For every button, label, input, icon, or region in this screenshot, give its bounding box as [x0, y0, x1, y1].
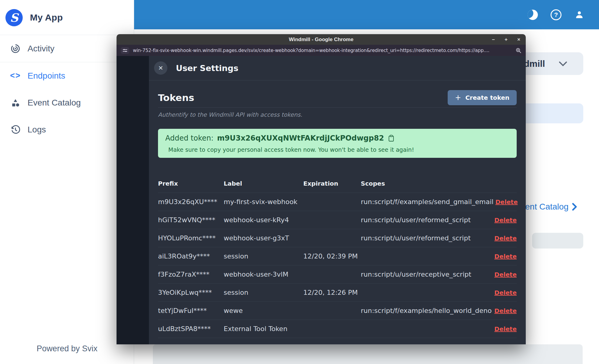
dark-mode-moon-icon[interactable]	[528, 10, 538, 20]
table-row: m9U3x26qXU**** my-first-svix-webhook run…	[158, 193, 517, 211]
app-topbar: ?	[134, 0, 599, 29]
column-header: Label	[224, 180, 303, 187]
token-label: External Tool Token	[224, 325, 303, 333]
delete-token-link[interactable]: Delete	[494, 216, 517, 224]
chevron-right-icon	[571, 203, 578, 211]
delete-token-link[interactable]: Delete	[495, 198, 518, 206]
tokens-subtitle: Authentify to the Windmill API with acce…	[158, 111, 517, 118]
page-backdrop: ✕ User Settings Tokens + Create token Au…	[117, 56, 526, 344]
chevron-down-icon	[558, 61, 568, 67]
delete-token-link[interactable]: Delete	[494, 343, 517, 344]
minimize-button[interactable]: –	[491, 37, 496, 42]
activity-icon	[10, 44, 21, 54]
token-prefix: aiL3ROat9y****	[158, 252, 224, 260]
drawer-title: User Settings	[176, 63, 238, 73]
table-row: aiL3ROat9y**** session 12/20, 02:39 PM D…	[158, 247, 517, 265]
token-scopes: run:script/u/user/receptive_script	[361, 271, 492, 278]
help-icon[interactable]: ?	[551, 9, 561, 20]
token-prefix: tetYjDwFuI****	[158, 307, 224, 314]
browser-url-bar[interactable]: win-752-fix-svix-webhook-win.windmill.pa…	[117, 45, 526, 56]
delete-token-link[interactable]: Delete	[494, 271, 517, 278]
token-expiration: 12/20, 12:26 PM	[303, 289, 361, 296]
column-header: Scopes	[361, 180, 492, 187]
app-title: My App	[30, 12, 63, 23]
sidebar-item-label: Activity	[28, 44, 54, 54]
token-label: webhook-user-kRy4	[224, 216, 303, 224]
delete-token-link[interactable]: Delete	[494, 253, 517, 260]
drawer-header: ✕ User Settings	[149, 56, 526, 80]
close-drawer-button[interactable]: ✕	[154, 61, 167, 75]
code-brackets-icon: <>	[10, 71, 21, 80]
event-catalog-link[interactable]: ent Catalog	[525, 202, 578, 212]
tokens-table-body: m9U3x26qXU**** my-first-svix-webhook run…	[158, 193, 517, 344]
tokens-table-header: Prefix Label Expiration Scopes	[158, 174, 517, 193]
chrome-window: Windmill - Google Chrome – + × win-752-f…	[117, 34, 526, 344]
token-scopes: run:script/u/user/reformed_script	[361, 234, 492, 242]
token-prefix: 3YeOiKpLwq****	[158, 289, 224, 296]
create-token-button[interactable]: + Create token	[448, 90, 517, 105]
copy-token-icon[interactable]	[388, 135, 394, 142]
divider	[158, 107, 517, 108]
token-label: webhook-user-3vlM	[224, 271, 303, 278]
table-row: i9AiXYkdRj**** whatever Delete	[158, 338, 517, 344]
table-row: f3FzoZ7raX**** webhook-user-3vlM run:scr…	[158, 265, 517, 283]
sidebar-item-activity[interactable]: Activity	[0, 35, 134, 62]
event-catalog-link-label: ent Catalog	[525, 202, 568, 212]
sidebar-item-endpoints[interactable]: <> Endpoints	[0, 62, 134, 89]
sidebar-item-label: Endpoints	[28, 71, 65, 81]
tokens-table: Prefix Label Expiration Scopes m9U3x26qX…	[158, 174, 517, 344]
close-window-button[interactable]: ×	[516, 37, 522, 42]
column-header: Expiration	[303, 180, 361, 187]
token-prefix: f3FzoZ7raX****	[158, 271, 224, 278]
zoom-page-icon[interactable]	[515, 47, 522, 54]
tokens-heading: Tokens	[158, 92, 194, 103]
history-clock-icon	[10, 125, 21, 135]
sidebar-item-label: Logs	[28, 125, 46, 135]
delete-token-link[interactable]: Delete	[494, 325, 517, 333]
sidebar-item-label: Event Catalog	[28, 98, 81, 108]
token-label: session	[224, 289, 303, 296]
user-account-icon[interactable]	[574, 10, 584, 20]
token-prefix: hGiT52wVNQ****	[158, 216, 224, 224]
delete-token-link[interactable]: Delete	[494, 235, 517, 242]
token-prefix: i9AiXYkdRj****	[158, 343, 224, 344]
svix-logo: S	[5, 9, 23, 26]
table-row: HYOLuPRomc**** webhook-user-g3xT run:scr…	[158, 229, 517, 247]
plus-icon: +	[455, 93, 461, 102]
token-label: whatever	[224, 343, 303, 344]
table-row: tetYjDwFuI**** wewe run:script/f/example…	[158, 301, 517, 320]
token-prefix: HYOLuPRomc****	[158, 234, 224, 242]
sidebar-item-logs[interactable]: Logs	[0, 116, 134, 143]
column-header: Prefix	[158, 180, 224, 187]
token-prefix: m9U3x26qXU****	[158, 198, 224, 206]
sidebar-item-event-catalog[interactable]: Event Catalog	[0, 89, 134, 116]
site-settings-icon[interactable]	[121, 47, 129, 54]
maximize-button[interactable]: +	[503, 37, 509, 42]
table-row: 3YeOiKpLwq**** session 12/20, 12:26 PM D…	[158, 283, 517, 301]
url-text[interactable]: win-752-fix-svix-webhook-win.windmill.pa…	[133, 48, 512, 53]
token-scopes: run:script/f/examples/send_gmail_email	[361, 198, 493, 206]
shapes-icon	[10, 98, 21, 108]
background-content-panel	[153, 344, 583, 364]
banner-prefix: Added token:	[165, 134, 213, 142]
token-scopes: run:script/u/user/reformed_script	[361, 216, 492, 224]
token-label: webhook-user-g3xT	[224, 234, 303, 242]
delete-token-link[interactable]: Delete	[494, 289, 517, 296]
new-token-value: m9U3x26qXUXqNWtFAKrdjJCkPOdwgp82	[217, 134, 384, 142]
window-titlebar[interactable]: Windmill - Google Chrome – + ×	[117, 34, 526, 45]
user-settings-drawer: ✕ User Settings Tokens + Create token Au…	[149, 56, 526, 344]
token-scopes: run:script/f/examples/hello_world_deno	[361, 307, 492, 314]
token-label: session	[224, 252, 303, 260]
token-expiration: 12/20, 02:39 PM	[303, 252, 361, 260]
token-label: my-first-svix-webhook	[224, 198, 303, 206]
window-title: Windmill - Google Chrome	[289, 37, 353, 43]
background-gray-box	[532, 233, 583, 249]
token-label: wewe	[224, 307, 303, 314]
table-row: hGiT52wVNQ**** webhook-user-kRy4 run:scr…	[158, 211, 517, 229]
banner-message: Make sure to copy your personal access t…	[165, 146, 509, 153]
token-prefix: uLdBztSPA8****	[158, 325, 224, 333]
powered-by-svix: Powered by Svix	[0, 344, 134, 353]
delete-token-link[interactable]: Delete	[494, 307, 517, 314]
app-sidebar: S My App Activity <> Endpoints Event Cat…	[0, 0, 134, 364]
table-row: uLdBztSPA8**** External Tool Token Delet…	[158, 320, 517, 338]
